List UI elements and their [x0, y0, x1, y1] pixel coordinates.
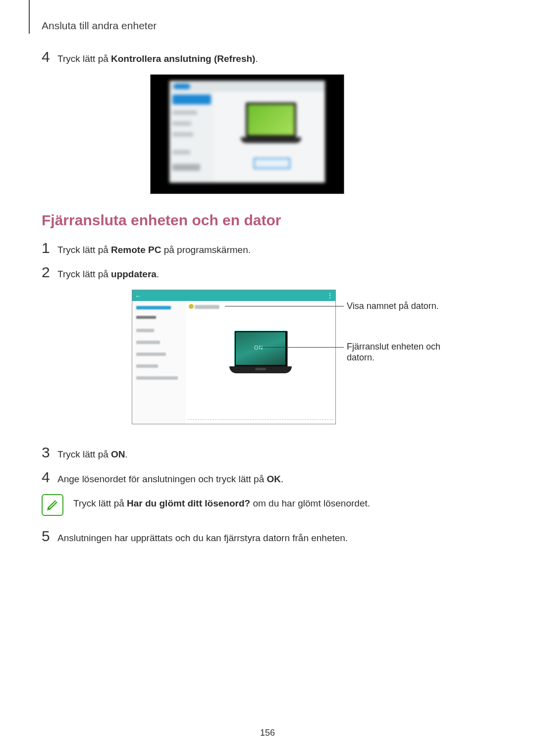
note-icon: [42, 494, 63, 516]
text: Tryck lätt på: [57, 53, 111, 64]
step-number: 4: [42, 50, 57, 64]
figure-2: ← ⋮ ON: [132, 290, 336, 424]
step-1: 1 Tryck lätt på Remote PC på programskär…: [42, 241, 453, 256]
text-bold: uppdatera: [111, 269, 157, 279]
step-number: 4: [42, 470, 57, 485]
callout-line: [260, 347, 344, 348]
text: Tryck lätt på: [57, 245, 111, 255]
text-bold: Kontrollera anslutning (Refresh): [111, 53, 255, 64]
step-number: 1: [42, 241, 57, 255]
callout-2: Fjärranslut enheten och datorn.: [347, 341, 446, 363]
text-bold: Har du glömt ditt lösenord?: [127, 498, 250, 508]
text-bold: Remote PC: [111, 245, 161, 255]
text: .: [255, 53, 258, 64]
text: Tryck lätt på: [57, 449, 111, 459]
figure-2-wrap: ← ⋮ ON: [42, 290, 453, 433]
text: .: [281, 474, 283, 484]
figure-1: [150, 74, 344, 194]
step-4-top: 4 Tryck lätt på Kontrollera anslutning (…: [42, 50, 453, 65]
step-text: Tryck lätt på Remote PC på programskärme…: [57, 241, 251, 256]
text: .: [157, 269, 159, 279]
page-header: Ansluta till andra enheter: [42, 20, 157, 32]
step-text: Tryck lätt på uppdatera.: [57, 265, 159, 281]
step-text: Tryck lätt på Kontrollera anslutning (Re…: [57, 50, 258, 65]
step-number: 5: [42, 529, 57, 544]
text-bold: OK: [267, 474, 281, 484]
text: Tryck lätt på: [57, 269, 111, 279]
step-text: Tryck lätt på ON.: [57, 445, 128, 461]
step-5: 5 Anslutningen har upprättats och du kan…: [42, 529, 453, 545]
text: Ange lösenordet för anslutningen och try…: [57, 474, 267, 484]
text-bold: ON: [111, 449, 125, 459]
text: Tryck lätt på: [73, 498, 127, 508]
step-3: 3 Tryck lätt på ON.: [42, 445, 453, 461]
text: på programskärmen.: [161, 245, 251, 255]
step-4-bottom: 4 Ange lösenordet för anslutningen och t…: [42, 470, 453, 486]
menu-icon: ⋮: [326, 292, 332, 300]
step-2: 2 Tryck lätt på uppdatera.: [42, 265, 453, 281]
step-number: 3: [42, 445, 57, 460]
callout-1: Visa namnet på datorn.: [347, 301, 439, 312]
step-number: 2: [42, 265, 57, 280]
laptop-icon: ON: [228, 331, 293, 379]
step-text: Anslutningen har upprättats och du kan f…: [57, 529, 348, 545]
step-text: Ange lösenordet för anslutningen och try…: [57, 470, 283, 486]
page-number: 156: [0, 728, 535, 738]
header-rule: [29, 0, 30, 34]
note-text: Tryck lätt på Har du glömt ditt lösenord…: [73, 494, 370, 509]
text: om du har glömt lösenordet.: [250, 498, 370, 508]
text: .: [125, 449, 128, 459]
back-icon: ←: [135, 293, 141, 300]
callout-line: [225, 306, 344, 307]
section-heading: Fjärransluta enheten och en dator: [42, 212, 453, 229]
note: Tryck lätt på Har du glömt ditt lösenord…: [42, 494, 453, 516]
